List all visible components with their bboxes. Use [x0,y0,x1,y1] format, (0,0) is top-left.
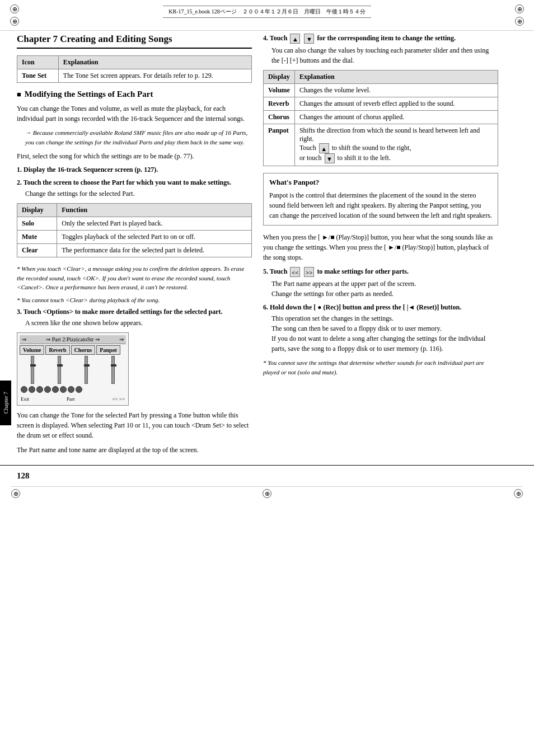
screen-btn-chorus[interactable]: Chorus [71,345,96,355]
step-5-text: Touch [270,267,289,275]
display-function-table: Display Function Solo Only the selected … [17,203,252,257]
slider-track-1 [31,356,34,384]
page: ⊕ ⊕ ⊕ ⊕ KR-17_15_e.book 128ページ ２００４年１２月６… [0,0,534,756]
section-heading-text: Modifying the Settings of Each Part [25,90,153,99]
reg-mark-tl: ⊕ [10,4,19,13]
slider-thumb-1 [30,364,36,367]
table-row: Panpot Shifts the direction from which t… [264,124,498,166]
top-bar-text: KR-17_15_e.book 128ページ ２００４年１２月６日 月曜日 午後… [163,6,371,18]
icon-table-header-explanation: Explanation [58,56,251,69]
display-function-header-display: Display [17,204,57,217]
down-arrow-icon: ▼ [304,34,314,44]
step-6-sub1: This operation set the changes in the se… [271,313,498,323]
reverb-cell: Reverb [264,97,295,111]
dot-1 [21,386,27,393]
step-4-text: Touch [270,34,289,42]
panpot-desc: Shifts the direction from which the soun… [294,124,498,166]
left-column: Chapter 7 Creating and Editing Songs Ico… [17,34,252,459]
screen-exit-btn[interactable]: Exit [21,396,29,402]
dot-8 [76,386,82,393]
step-4-text2: for the corresponding item to change the… [317,34,456,42]
screen-titlebar: ⇒ ⇒ Part 2:PizzicatoStr ⇒ ⇒ [20,335,126,344]
screen-btn-panpot[interactable]: Panpot [96,345,120,355]
dot-4 [44,386,51,393]
step-3-header: 3. Touch <Options> to make more detailed… [17,308,252,316]
slider-track-2 [58,356,61,384]
step-5-sub1: The Part name appears at the upper part … [271,279,498,289]
step-5: 5. Touch << >> to make settings for othe… [263,267,498,299]
top-decorative: ⊕ ⊕ ⊕ ⊕ KR-17_15_e.book 128ページ ２００４年１２月６… [0,0,534,31]
mute-desc: Toggles playback of the selected Part to… [57,231,252,244]
step5-right-icon: >> [304,267,314,277]
step-5-header: 5. Touch << >> to make settings for othe… [263,267,498,277]
footnote-1: When you touch <Clear>, a message asking… [17,264,252,292]
info-box-title: What's Panpot? [269,178,492,187]
screen-sliders [20,356,126,384]
table-row: Solo Only the selected Part is played ba… [17,217,252,231]
icon-table: Icon Explanation Tone Set The Tone Set s… [17,55,252,83]
screen-btn-volume[interactable]: Volume [20,345,44,355]
table-row: Reverb Changes the amount of reverb effe… [264,97,498,111]
reg-mark-bottom-c: ⊕ [263,489,271,498]
slider-thumb-2 [57,364,63,367]
step-3-num: 3. [17,308,22,316]
table-row: Mute Toggles playback of the selected Pa… [17,231,252,244]
reg-mark-br: ⊕ [515,17,524,26]
screen-nav-icons: << >> [112,396,125,402]
chorus-desc: Changes the amount of chorus applied. [294,111,498,124]
chapter-sidebar-label: Chapter 7 [3,392,9,414]
solo-cell: Solo [17,217,57,231]
body-text-1: You can change the Tones and volume, as … [17,104,252,124]
section-heading-modifying: Modifying the Settings of Each Part [17,90,252,99]
step-1-header: 1. Display the 16-track Sequencer screen… [17,166,252,174]
volume-desc: Changes the volume level. [294,84,498,97]
step-6-sub3: If you do not want to delete a song afte… [271,334,498,354]
screen-btn-reverb[interactable]: Reverb [45,345,69,355]
body-text-4: The Part name and tone name are displaye… [17,445,252,455]
screen-buttons-row: Volume Reverb Chorus Panpot [20,345,126,355]
step-6-header: 6. Hold down the [ ● (Rec)] button and p… [263,303,498,312]
screen-image: ⇒ ⇒ Part 2:PizzicatoStr ⇒ ⇒ Volume Rever… [17,332,129,406]
step-2-num: 2. [17,179,22,186]
screen-part-label: Part [67,396,75,402]
chorus-cell: Chorus [264,111,295,124]
step-2-sub: Change the settings for the selected Par… [25,189,252,199]
right-column: 4. Touch ▲ ▼ for the corresponding item … [263,34,498,459]
step4-continuation: When you press the [ ►/■ (Play/Stop)] bu… [263,232,498,262]
display-function-header-function: Function [57,204,252,217]
step-5-num: 5. [263,267,268,275]
step-3: 3. Touch <Options> to make more detailed… [17,308,252,328]
step-1: 1. Display the 16-track Sequencer screen… [17,166,252,174]
dot-2 [29,386,35,393]
italic-note: Because commercially available Roland SM… [17,128,252,147]
table-row: Volume Changes the volume level. [264,84,498,97]
step-1-text: Display the 16-track Sequencer screen (p… [24,166,158,173]
dot-5 [52,386,59,393]
mute-cell: Mute [17,231,57,244]
screen-title-center: ⇒ Part 2:PizzicatoStr ⇒ [46,336,100,342]
dot-7 [68,386,74,393]
clear-desc: The performance data for the selected pa… [57,244,252,257]
chapter-title: Chapter 7 Creating and Editing Songs [17,34,252,49]
step-3-text: Touch <Options> to make more detailed se… [24,308,223,316]
slider-group-4 [100,356,126,384]
screen-title-right: ⇒ [119,336,124,342]
display-explanation-table: Display Explanation Volume Changes the v… [263,70,498,166]
screen-dots-row [20,385,126,394]
body-text-3: You can change the Tone for the selected… [17,410,252,440]
step-5-text2: to make settings for other parts. [317,267,409,275]
up-arrow-icon: ▲ [290,34,300,44]
bottom-decorative: ⊕ ⊕ ⊕ [11,486,523,503]
dot-6 [60,386,67,393]
slider-thumb-3 [84,364,90,367]
reg-mark-bl: ⊕ [10,17,19,26]
reg-mark-bottom-l: ⊕ [11,489,20,498]
step-2: 2. Touch the screen to choose the Part f… [17,179,252,199]
step-4-num: 4. [263,34,268,42]
panpot-cell: Panpot [264,124,295,166]
panpot-touch-right: Touch [299,144,318,152]
reverb-desc: Changes the amount of reverb effect appl… [294,97,498,111]
slider-group-3 [73,356,99,384]
step-2-text: Touch the screen to choose the Part for … [24,179,231,186]
step-4-sub: You can also change the values by touchi… [271,45,498,65]
